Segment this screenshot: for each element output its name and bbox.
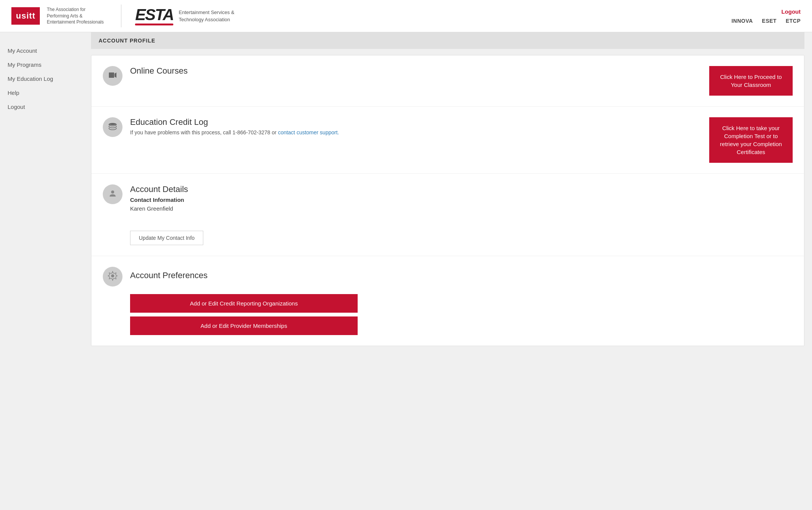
nav-item-innova[interactable]: INNOVA: [732, 18, 753, 24]
usitt-logo: usitt: [11, 7, 40, 25]
online-courses-action: Click Here to Proceed to Your Classroom: [709, 66, 793, 96]
online-courses-body: Online Courses: [130, 66, 702, 78]
sidebar-item-my-education-log[interactable]: My Education Log: [8, 72, 83, 86]
online-courses-title: Online Courses: [130, 66, 702, 76]
video-icon: [108, 71, 117, 82]
account-details-header: Account Details Contact Information Kare…: [103, 184, 793, 212]
account-details-title: Account Details: [130, 184, 793, 194]
account-details-icon-circle: [103, 184, 123, 204]
proceed-to-classroom-button[interactable]: Click Here to Proceed to Your Classroom: [709, 66, 793, 96]
sidebar-item-my-account[interactable]: My Account: [8, 44, 83, 58]
sidebar-item-my-programs[interactable]: My Programs: [8, 58, 83, 72]
header-nav: INNOVA ESET ETCP: [732, 18, 801, 24]
completion-test-button[interactable]: Click Here to take your Completion Test …: [709, 117, 793, 163]
page-title: ACCOUNT PROFILE: [91, 32, 804, 49]
esta-logo-text: ESTA: [135, 7, 173, 23]
contact-name: Karen Greenfield: [130, 205, 793, 212]
account-preferences-icon-circle: [103, 267, 123, 286]
online-courses-icon-circle: [103, 66, 123, 86]
education-credit-log-body: Education Credit Log If you have problem…: [130, 117, 702, 135]
person-icon: [108, 189, 117, 200]
svg-point-2: [109, 123, 116, 125]
content-card: Online Courses Click Here to Proceed to …: [91, 55, 804, 346]
stack-icon: [108, 122, 118, 133]
sidebar: My Account My Programs My Education Log …: [0, 32, 83, 506]
header-left: usitt The Association for Performing Art…: [11, 5, 234, 27]
online-courses-section: Online Courses Click Here to Proceed to …: [91, 55, 804, 107]
esta-logo: ESTA: [135, 7, 173, 25]
account-preferences-section: Account Preferences Add or Edit Credit R…: [91, 256, 804, 346]
svg-point-4: [111, 274, 114, 277]
gear-icon: [108, 271, 118, 283]
main-content: ACCOUNT PROFILE Online Courses Click: [83, 32, 812, 506]
header-logout-link[interactable]: Logout: [781, 8, 801, 15]
sidebar-item-help[interactable]: Help: [8, 86, 83, 100]
svg-point-3: [111, 190, 114, 194]
esta-logo-underline: [135, 24, 173, 25]
account-preferences-header: Account Preferences: [103, 267, 793, 286]
account-details-body: Account Details Contact Information Kare…: [130, 184, 793, 212]
education-credit-log-section: Education Credit Log If you have problem…: [91, 107, 804, 174]
header-right: Logout INNOVA ESET ETCP: [732, 8, 801, 24]
usitt-tagline: The Association for Performing Arts & En…: [47, 6, 107, 25]
contact-info-label: Contact Information: [130, 197, 793, 203]
education-credit-log-action: Click Here to take your Completion Test …: [709, 117, 793, 163]
education-credit-log-desc: If you have problems with this process, …: [130, 129, 702, 135]
layout: My Account My Programs My Education Log …: [0, 32, 812, 506]
account-details-section: Account Details Contact Information Kare…: [91, 174, 804, 256]
education-credit-log-title: Education Credit Log: [130, 117, 702, 127]
sidebar-item-logout[interactable]: Logout: [8, 100, 83, 114]
education-credit-log-icon-circle: [103, 117, 123, 137]
add-edit-credit-reporting-button[interactable]: Add or Edit Credit Reporting Organizatio…: [130, 294, 358, 313]
add-edit-provider-memberships-button[interactable]: Add or Edit Provider Memberships: [130, 316, 358, 335]
svg-rect-0: [109, 72, 114, 78]
header: usitt The Association for Performing Art…: [0, 0, 812, 32]
contact-support-link[interactable]: contact customer support.: [278, 129, 339, 135]
account-preferences-title: Account Preferences: [130, 271, 207, 280]
esta-logo-area: ESTA Entertainment Services & Technology…: [135, 7, 234, 25]
header-divider: [121, 5, 121, 27]
svg-marker-1: [115, 72, 116, 78]
update-contact-info-button[interactable]: Update My Contact Info: [130, 231, 203, 245]
nav-item-eset[interactable]: ESET: [762, 18, 777, 24]
preferences-buttons: Add or Edit Credit Reporting Organizatio…: [130, 294, 793, 335]
nav-item-etcp[interactable]: ETCP: [786, 18, 801, 24]
esta-tagline: Entertainment Services & Technology Asso…: [179, 9, 234, 24]
